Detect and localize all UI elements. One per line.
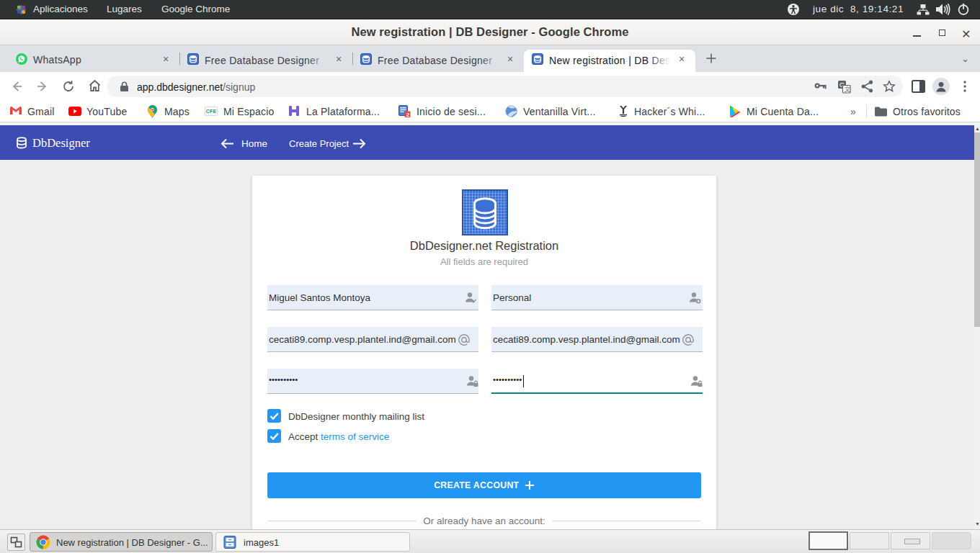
svg-text:文: 文 <box>845 86 851 93</box>
svg-text:2: 2 <box>406 112 410 117</box>
